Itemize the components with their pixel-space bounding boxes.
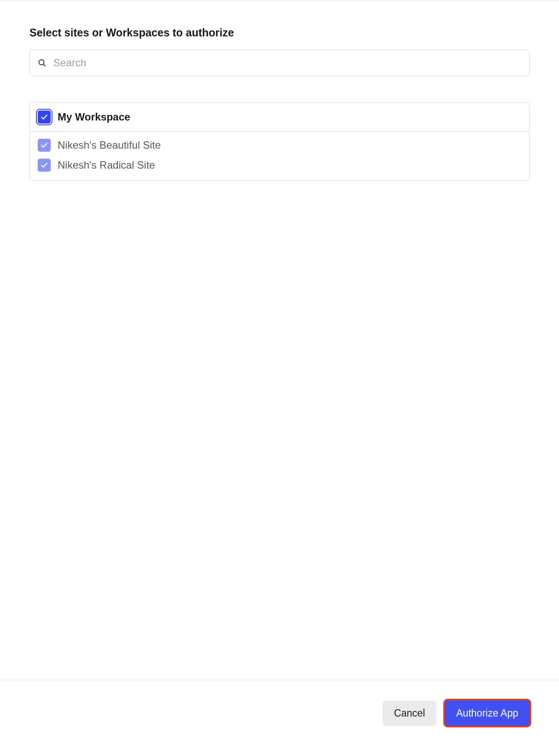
search-input[interactable] bbox=[29, 49, 530, 76]
footer-actions: Cancel Authorize App bbox=[0, 701, 559, 726]
cancel-button[interactable]: Cancel bbox=[383, 701, 436, 726]
site-label: Nikesh's Radical Site bbox=[58, 159, 155, 171]
workspace-checkbox[interactable] bbox=[38, 111, 51, 124]
footer-divider bbox=[0, 680, 559, 680]
site-row[interactable]: Nikesh's Beautiful Site bbox=[38, 139, 521, 152]
workspace-list-panel: My Workspace Nikesh's Beautiful Site Nik… bbox=[29, 102, 530, 181]
site-row[interactable]: Nikesh's Radical Site bbox=[38, 159, 521, 172]
workspace-sites: Nikesh's Beautiful Site Nikesh's Radical… bbox=[30, 132, 529, 180]
main-content: Select sites or Workspaces to authorize … bbox=[0, 0, 559, 181]
site-checkbox[interactable] bbox=[38, 139, 51, 152]
workspace-row[interactable]: My Workspace bbox=[30, 103, 529, 132]
workspace-label: My Workspace bbox=[58, 111, 130, 123]
site-label: Nikesh's Beautiful Site bbox=[58, 139, 161, 151]
search-wrapper bbox=[29, 49, 530, 76]
page-title: Select sites or Workspaces to authorize bbox=[29, 26, 530, 39]
authorize-app-button[interactable]: Authorize App bbox=[445, 701, 530, 726]
site-checkbox[interactable] bbox=[38, 159, 51, 172]
